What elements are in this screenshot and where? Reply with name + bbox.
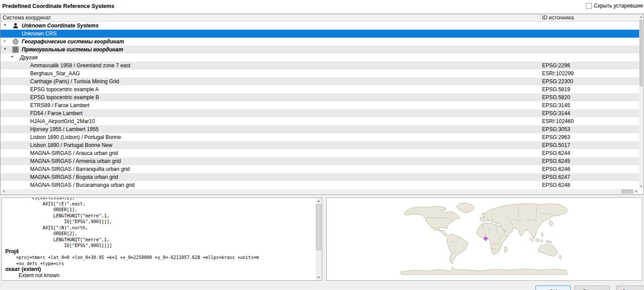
japan-shape <box>549 220 553 226</box>
crs-source-id: EPSG:6244 <box>542 150 570 156</box>
horizontal-scrollbar-thumb[interactable] <box>621 189 633 193</box>
sulawesi-shape <box>541 240 543 243</box>
vertical-scrollbar[interactable]: ▲ ▼ <box>639 15 643 189</box>
column-header-source-id[interactable]: ID источника <box>542 15 574 21</box>
table-row[interactable]: Hjorsey 1955 / Lambert 1955EPSG:3053 <box>0 125 639 133</box>
crs-source-id: ESRI:102460 <box>542 118 574 124</box>
map-panel <box>326 197 642 281</box>
madagascar-shape <box>504 247 507 253</box>
chevron-down-icon[interactable]: ▾ <box>4 23 6 27</box>
cancel-button[interactable]: Отмена <box>574 286 610 290</box>
vertical-scrollbar-thumb[interactable] <box>640 20 643 86</box>
wkt-text-line: AXIS["(N)",north, <box>5 225 315 231</box>
crs-source-id: EPSG:6245 <box>542 158 570 164</box>
scroll-down-icon[interactable]: ▼ <box>639 184 643 189</box>
crs-name: Географические системы координат <box>22 39 124 45</box>
table-row[interactable]: MAGNA-SIRGAS / Armenia urban gridEPSG:62… <box>0 157 639 165</box>
table-row[interactable]: MAGNA-SIRGAS / Bogota urban gridEPSG:624… <box>0 173 639 181</box>
help-button[interactable]: Справка <box>616 286 644 290</box>
table-row[interactable]: Unknown CRS <box>0 30 639 38</box>
horizontal-scrollbar[interactable]: ◄ ► <box>1 189 639 194</box>
crs-source-id: EPSG:5820 <box>542 94 570 101</box>
table-row[interactable]: Carthage (Paris) / Tunisia Mining GridEP… <box>0 77 639 85</box>
table-row[interactable]: EPSG topocentric example AEPSG:5819 <box>0 85 639 93</box>
scroll-left-icon[interactable]: ◄ <box>1 189 6 194</box>
wkt-text-line: +no_defs +type=crs <box>5 261 315 267</box>
chevron-down-icon[interactable]: ▾ <box>11 54 13 59</box>
wkt-section-heading: Proj4 <box>5 249 315 255</box>
crs-name: Lisbon 1890 (Lisbon) / Portugal Bonne <box>30 134 121 140</box>
crs-dialog: Predefined Coordinate Reference Systems … <box>0 0 644 290</box>
australia-shape <box>538 244 558 256</box>
wkt-text-line: ORDER[2], <box>5 231 315 237</box>
hide-deprecated-label: Скрыть устаревшие <box>594 3 643 9</box>
wkt-content: CS[Cartesian,2], AXIS["(E)",east, ORDER[… <box>5 197 315 280</box>
crs-name: MAGNA-SIRGAS / Arauca urban grid <box>30 150 118 156</box>
crs-name: Unknown CRS <box>22 31 57 37</box>
wkt-vertical-scrollbar[interactable]: ▲ ▼ <box>316 198 322 280</box>
crs-table: Система координат ID источника ▾Unknown … <box>0 14 644 195</box>
crs-source-id: ESRI:102299 <box>542 70 574 77</box>
table-row[interactable]: EPSG topocentric example BEPSG:5820 <box>0 93 639 101</box>
table-row[interactable]: MAGNA-SIRGAS / Arauca urban gridEPSG:624… <box>0 149 639 157</box>
column-header-crs[interactable]: Система координат <box>3 15 51 21</box>
crs-source-id: EPSG:6246 <box>542 166 570 172</box>
crs-name: HJAIA_AirportGrid_2Mar10 <box>30 118 95 124</box>
crs-name: MAGNA-SIRGAS / Armenia urban grid <box>30 158 121 164</box>
crs-name: MAGNA-SIRGAS / Bogota urban grid <box>30 174 118 180</box>
table-row[interactable]: FD54 / Faroe LambertEPSG:3144 <box>0 109 639 117</box>
crs-name: ETRS89 / Faroe Lambert <box>30 102 90 108</box>
crs-source-id: EPSG:6248 <box>542 182 570 188</box>
table-row[interactable]: ETRS89 / Faroe LambertEPSG:3145 <box>0 101 639 109</box>
crs-name: EPSG topocentric example A <box>30 86 99 93</box>
wkt-scroll-down-icon[interactable]: ▼ <box>316 275 322 280</box>
wkt-text-line: CS[Cartesian,2], <box>5 197 315 201</box>
table-row[interactable]: Lisbon 1890 / Portugal Bonne NewEPSG:501… <box>0 141 639 149</box>
wkt-scroll-up-icon[interactable]: ▲ <box>316 198 322 204</box>
column-divider[interactable] <box>540 14 541 22</box>
page-title: Predefined Coordinate Reference Systems <box>2 3 114 9</box>
north-america-shape <box>404 206 460 236</box>
table-row[interactable]: Lisbon 1890 (Lisbon) / Portugal BonneEPS… <box>0 133 639 141</box>
new-guinea-shape <box>546 240 552 244</box>
crs-name: Berghaus_Star_AAG <box>30 70 80 77</box>
table-row[interactable]: ▾Другая <box>0 54 639 62</box>
wkt-text-line: LENGTHUNIT["metre",1, <box>5 213 315 219</box>
wkt-text-line: +proj=tmerc +lat_0=0 +lon_0=30.95 +k=1 +… <box>5 255 315 261</box>
crs-name: Другая <box>20 54 38 61</box>
crs-name: Прямоугольные системы координат <box>22 46 123 53</box>
dialog-header: Predefined Coordinate Reference Systems … <box>0 0 644 13</box>
table-row[interactable]: MAGNA-SIRGAS / Barranquilla urban gridEP… <box>0 165 639 173</box>
crs-tree-rows: ▾Unknown Coordinate SystemsUnknown CRS▸Г… <box>0 22 639 190</box>
greenland-shape <box>457 203 475 213</box>
crs-name: Ammassalik 1958 / Greenland zone 7 east <box>30 62 130 69</box>
crs-source-id: EPSG:5017 <box>542 142 570 148</box>
grid-icon <box>12 46 19 53</box>
crs-name: EPSG topocentric example B <box>30 94 99 101</box>
antarctica-shape <box>401 267 567 275</box>
chevron-down-icon[interactable]: ▾ <box>4 46 6 51</box>
wkt-scrollbar-thumb[interactable] <box>316 204 321 250</box>
south-america-shape <box>447 234 468 264</box>
table-row[interactable]: HJAIA_AirportGrid_2Mar10ESRI:102460 <box>0 117 639 125</box>
globe-icon <box>12 38 19 45</box>
table-header: Система координат ID источника <box>0 14 644 22</box>
chevron-right-icon[interactable]: ▸ <box>4 39 6 43</box>
crs-name: MAGNA-SIRGAS / Barranquilla urban grid <box>30 166 130 172</box>
wkt-panel: CS[Cartesian,2], AXIS["(E)",east, ORDER[… <box>1 197 322 281</box>
user-icon <box>12 22 19 29</box>
crs-source-id: EPSG:3144 <box>542 110 570 116</box>
ok-button[interactable]: OK <box>535 286 571 290</box>
wkt-section-heading: охват (extent) <box>5 267 315 273</box>
hide-deprecated-checkbox[interactable]: Скрыть устаревшие <box>586 3 643 9</box>
table-row[interactable]: ▾Прямоугольные системы координат <box>0 46 639 54</box>
scroll-right-icon[interactable]: ► <box>634 189 639 194</box>
scroll-up-icon[interactable]: ▲ <box>639 15 643 19</box>
table-row[interactable]: Berghaus_Star_AAGESRI:102299 <box>0 70 639 77</box>
table-row[interactable]: MAGNA-SIRGAS / Bucaramanga urban gridEPS… <box>0 181 639 189</box>
table-row[interactable]: Ammassalik 1958 / Greenland zone 7 eastE… <box>0 62 639 70</box>
new-zealand-shape <box>558 255 561 259</box>
checkbox-icon[interactable] <box>586 3 592 9</box>
table-row[interactable]: ▾Unknown Coordinate Systems <box>0 22 639 30</box>
table-row[interactable]: ▸Географические системы координат <box>0 38 639 46</box>
